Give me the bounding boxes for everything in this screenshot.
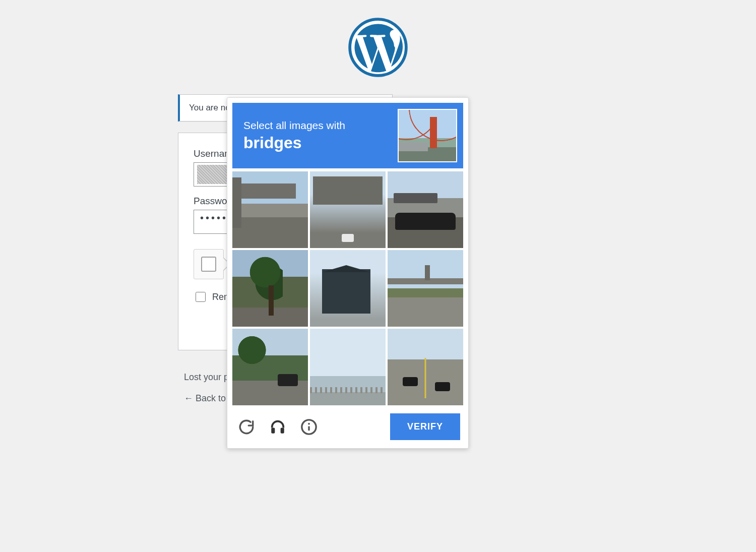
recaptcha-tile[interactable] [388, 250, 463, 327]
recaptcha-example-image [398, 109, 457, 162]
recaptcha-tile[interactable] [310, 329, 386, 405]
recaptcha-tile[interactable] [310, 250, 386, 327]
remember-me-checkbox[interactable] [196, 292, 206, 302]
headphones-icon[interactable] [269, 418, 287, 436]
recaptcha-image-grid [232, 171, 463, 405]
recaptcha-anchor[interactable] [194, 249, 224, 279]
recaptcha-checkbox[interactable] [201, 257, 216, 272]
recaptcha-tile[interactable] [232, 171, 308, 248]
recaptcha-tile[interactable] [388, 329, 463, 405]
svg-point-5 [308, 422, 310, 424]
recaptcha-prompt-keyword: bridges [243, 134, 345, 152]
recaptcha-tile[interactable] [310, 171, 386, 248]
svg-rect-2 [281, 427, 284, 433]
recaptcha-tile[interactable] [232, 250, 308, 327]
recaptcha-footer: VERIFY [232, 405, 463, 448]
recaptcha-tile[interactable] [232, 329, 308, 405]
recaptcha-tile[interactable] [388, 171, 463, 248]
recaptcha-header: Select all images with bridges [232, 103, 463, 168]
svg-rect-1 [271, 427, 275, 433]
reload-icon[interactable] [237, 418, 256, 436]
verify-button[interactable]: VERIFY [390, 413, 460, 440]
recaptcha-prompt-line: Select all images with [243, 119, 345, 132]
wordpress-logo [348, 18, 408, 79]
recaptcha-challenge: Select all images with bridges [227, 97, 469, 449]
info-icon[interactable] [300, 418, 318, 436]
